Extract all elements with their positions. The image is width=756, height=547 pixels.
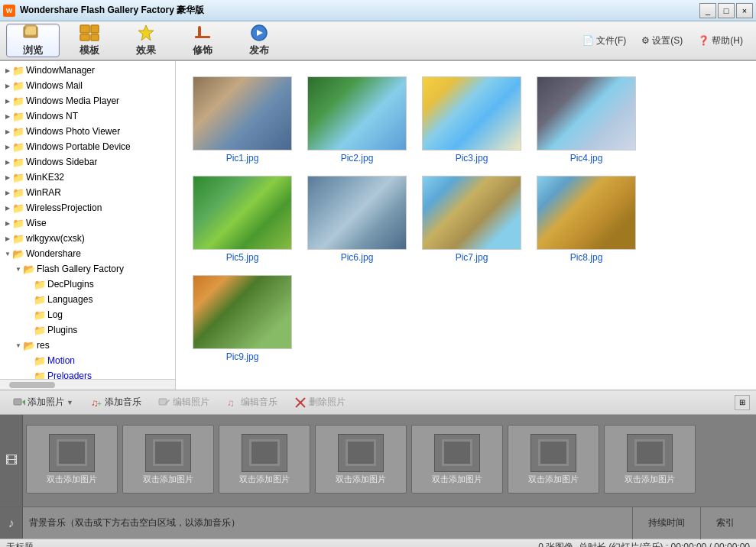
photo-label-4[interactable]: Pic4.jpg xyxy=(570,153,603,163)
add-photo-button[interactable]: 添加照片 ▼ xyxy=(6,393,80,412)
folder-open-icon: 📂 xyxy=(23,339,35,351)
photo-label-3[interactable]: Pic3.jpg xyxy=(456,153,488,163)
tree-item-motion[interactable]: ▶ 📁 Motion xyxy=(0,353,175,368)
photo-item-6[interactable]: Pic6.jpg xyxy=(307,176,407,263)
slot-label-3: 双击添加图片 xyxy=(239,474,290,484)
tab-decorate[interactable]: 修饰 xyxy=(176,24,229,57)
add-music-button[interactable]: ♫+ 添加音乐 xyxy=(83,393,148,412)
photo-item-3[interactable]: Pic3.jpg xyxy=(422,76,521,163)
tab-effect[interactable]: 效果 xyxy=(119,24,173,57)
tree-item-windows-photo-viewer[interactable]: ▶ 📁 Windows Photo Viewer xyxy=(0,124,175,139)
folder-open-icon: 📂 xyxy=(12,248,24,260)
folder-icon: 📁 xyxy=(12,171,24,183)
folder-icon: 📁 xyxy=(34,278,46,290)
photo-item-7[interactable]: Pic7.jpg xyxy=(422,176,521,263)
tree-item-languages[interactable]: ▶ 📁 Languages xyxy=(0,292,175,307)
scrollbar-thumb[interactable] xyxy=(9,382,55,388)
photo-label-6[interactable]: Pic6.jpg xyxy=(341,252,374,263)
tree-label: Windows Sidebar xyxy=(26,157,97,167)
tab-template[interactable]: 模板 xyxy=(63,24,116,57)
photo-label-1[interactable]: Pic1.jpg xyxy=(226,153,259,163)
photo-label-9[interactable]: Pic9.jpg xyxy=(226,351,259,362)
tree-item-winke32[interactable]: ▶ 📁 WinKE32 xyxy=(0,170,175,185)
slot-label-7: 双击添加图片 xyxy=(625,474,675,484)
tree-label: Windows Media Player xyxy=(26,95,119,106)
panel-toggle-button[interactable]: ⊞ xyxy=(735,395,750,410)
tree-item-wondershare[interactable]: ▼ 📂 Wondershare xyxy=(0,246,175,261)
tree-item-windows-portable-device[interactable]: ▶ 📁 Windows Portable Device xyxy=(0,139,175,154)
photo-label-2[interactable]: Pic2.jpg xyxy=(341,153,374,163)
tree-item-flash-gallery-factory[interactable]: ▼ 📂 Flash Gallery Factory xyxy=(0,261,175,277)
tree-item-decplugins[interactable]: ▶ 📁 DecPlugins xyxy=(0,277,175,292)
tree-arrow: ▶ xyxy=(3,142,12,151)
tree-item-wlkgyxw[interactable]: ▶ 📁 wlkgyxw(cxsk) xyxy=(0,231,175,246)
slot-label-1: 双击添加图片 xyxy=(47,474,97,484)
tree-item-plugins[interactable]: ▶ 📁 Plugins xyxy=(0,322,175,338)
tree-item-res[interactable]: ▼ 📂 res xyxy=(0,338,175,353)
photo-item-9[interactable]: Pic9.jpg xyxy=(193,275,292,362)
close-button[interactable]: × xyxy=(736,3,753,18)
edit-photo-button[interactable]: 编辑照片 xyxy=(151,393,216,412)
titlebar: W Wondershare Flash Gallery Factory 豪华版 … xyxy=(0,0,756,21)
photo-item-4[interactable]: Pic4.jpg xyxy=(537,76,636,163)
folder-icon: 📁 xyxy=(34,309,46,321)
tree-arrow: ▶ xyxy=(3,218,12,228)
tree-item-windows-media-player[interactable]: ▶ 📁 Windows Media Player xyxy=(0,93,175,108)
svg-rect-5 xyxy=(91,34,99,40)
tree-scrollbar-horizontal[interactable] xyxy=(0,379,175,390)
tree-item-windows-nt[interactable]: ▶ 📁 Windows NT xyxy=(0,108,175,124)
folder-icon: 📁 xyxy=(34,370,46,379)
timeline-slot-5[interactable]: 双击添加图片 xyxy=(411,425,503,494)
photo-item-1[interactable]: Pic1.jpg xyxy=(193,76,292,163)
tree-label: WinRAR xyxy=(26,187,61,198)
add-photo-dropdown-arrow[interactable]: ▼ xyxy=(67,399,73,406)
edit-music-icon: ♫ xyxy=(226,396,238,409)
file-label: 文件(F) xyxy=(596,34,626,47)
photo-label-5[interactable]: Pic5.jpg xyxy=(226,252,259,263)
settings-menu-button[interactable]: ⚙ 设置(S) xyxy=(634,31,689,51)
timeline-slot-3[interactable]: 双击添加图片 xyxy=(219,425,310,494)
photo-item-8[interactable]: Pic8.jpg xyxy=(537,176,636,263)
svg-rect-7 xyxy=(195,36,210,38)
decorate-icon xyxy=(192,24,213,42)
tree-arrow: ▶ xyxy=(3,127,12,136)
help-menu-button[interactable]: ❓ 帮助(H) xyxy=(691,31,750,51)
photo-item-2[interactable]: Pic2.jpg xyxy=(307,76,407,163)
tree-arrow: ▼ xyxy=(14,341,23,350)
music-track-content[interactable]: 背景音乐（双击或下方右击空白区域，以添加音乐） 持续时间 索引 xyxy=(23,507,756,539)
file-tree[interactable]: ▶ 📁 WindowManager ▶ 📁 Windows Mail ▶ 📁 W… xyxy=(0,61,175,379)
music-index-col: 索引 xyxy=(700,507,750,539)
tree-arrow: ▶ xyxy=(3,66,12,75)
svg-rect-32 xyxy=(637,442,663,464)
delete-photo-button[interactable]: 删除照片 xyxy=(287,393,352,412)
timeline-scroll[interactable]: 双击添加图片 双击添加图片 双击添加图片 双击添加图片 xyxy=(23,415,756,507)
timeline-slot-7[interactable]: 双击添加图片 xyxy=(604,425,696,494)
tree-item-windows-sidebar[interactable]: ▶ 📁 Windows Sidebar xyxy=(0,154,175,170)
photo-thumbnail-1 xyxy=(193,76,292,151)
timeline-slot-6[interactable]: 双击添加图片 xyxy=(508,425,599,494)
tree-item-log[interactable]: ▶ 📁 Log xyxy=(0,307,175,322)
tab-browse[interactable]: 浏览 xyxy=(6,24,60,57)
folder-icon: 📁 xyxy=(12,79,24,92)
tab-publish[interactable]: 发布 xyxy=(232,24,286,57)
edit-music-button[interactable]: ♫ 编辑音乐 xyxy=(219,393,284,412)
tree-item-winrar[interactable]: ▶ 📁 WinRAR xyxy=(0,185,175,200)
status-title: 无标题 xyxy=(6,541,34,547)
file-menu-button[interactable]: 📄 文件(F) xyxy=(576,31,633,51)
tree-label: WinKE32 xyxy=(26,172,64,183)
maximize-button[interactable]: □ xyxy=(718,3,735,18)
titlebar-controls[interactable]: _ □ × xyxy=(699,3,753,18)
photo-item-5[interactable]: Pic5.jpg xyxy=(193,176,292,263)
photo-label-8[interactable]: Pic8.jpg xyxy=(570,252,603,263)
svg-rect-4 xyxy=(80,34,89,40)
timeline-slot-4[interactable]: 双击添加图片 xyxy=(315,425,407,494)
tree-item-windows-mail[interactable]: ▶ 📁 Windows Mail xyxy=(0,78,175,93)
timeline-slot-1[interactable]: 双击添加图片 xyxy=(26,425,118,494)
tree-item-wirelessprojection[interactable]: ▶ 📁 WirelessProjection xyxy=(0,200,175,215)
photo-label-7[interactable]: Pic7.jpg xyxy=(456,252,488,263)
timeline-slot-2[interactable]: 双击添加图片 xyxy=(122,425,214,494)
tree-item-wise[interactable]: ▶ 📁 Wise xyxy=(0,215,175,231)
minimize-button[interactable]: _ xyxy=(699,3,716,18)
tree-item-preloaders[interactable]: ▶ 📁 Preloaders xyxy=(0,368,175,379)
tree-item-windowmanager[interactable]: ▶ 📁 WindowManager xyxy=(0,63,175,78)
